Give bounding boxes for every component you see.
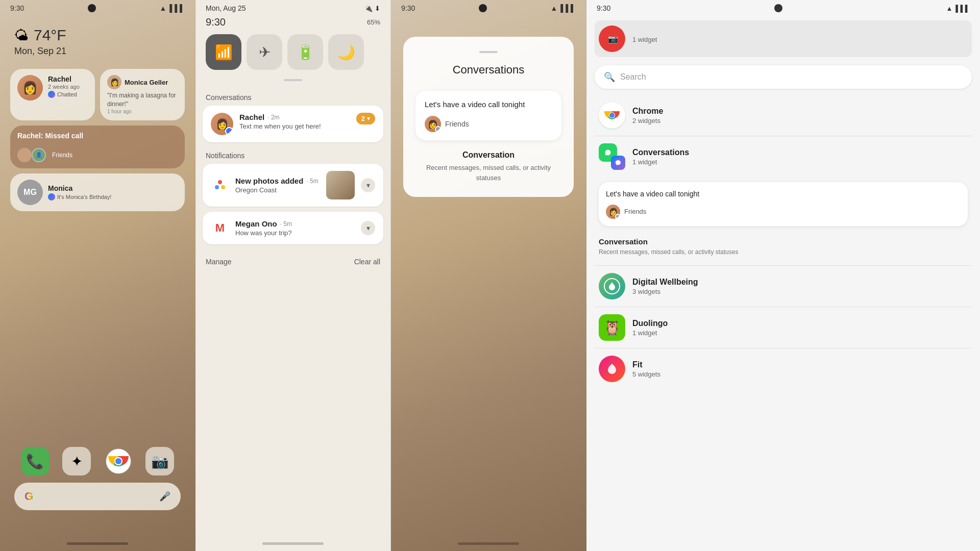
conv-preview-group-name: Friends — [445, 120, 469, 128]
chrome-logo-svg — [603, 106, 621, 124]
conversations-widget-home: 👩 Rachel 2 weeks ago Chatted 👩 Monica Ge… — [0, 62, 195, 218]
conv-widget-description: Conversation Recent messages, missed cal… — [415, 151, 561, 183]
rachel-status: Chatted — [48, 91, 88, 98]
home-dock: 📞 ✦ 📷 G 🎤 — [0, 447, 195, 520]
search-box-icon: 🔍 — [604, 71, 615, 83]
rachel-notif-badge[interactable]: 2 ▾ — [356, 113, 375, 124]
notif-date-top: Mon, Aug 25 — [206, 4, 246, 12]
conversations-preview-card[interactable]: Let's have a video call tonight 👩 Friend… — [599, 182, 968, 226]
rachel-subtitle: 2 weeks ago — [48, 84, 88, 90]
conv-preview-group-right: Friends — [624, 208, 646, 215]
monica-geller-name: Monica Geller — [125, 79, 168, 86]
conversations-widget-panel: 9:30 ▲ ▌▌▌ Conversations Let's have a vi… — [391, 0, 586, 551]
svg-point-5 — [221, 185, 225, 189]
friends-avatar-1 — [17, 148, 32, 162]
photos-notif-name: New photos added — [235, 177, 303, 185]
monica-birthday-card[interactable]: MG Monica It's Monica's Birthday! — [10, 173, 185, 211]
megan-expand-btn[interactable]: ▾ — [361, 221, 375, 235]
airplane-tile[interactable]: ✈ — [247, 34, 282, 70]
quick-tiles-row: 📶 ✈ 🔋 🌙 — [195, 29, 390, 75]
home-indicator-conv — [458, 542, 519, 545]
dnd-tile[interactable]: 🌙 — [328, 34, 364, 70]
partial-app-info: 1 widget — [632, 35, 968, 43]
duolingo-name: Duolingo — [632, 319, 968, 328]
fit-name: Fit — [632, 360, 968, 369]
partial-top-widget-item[interactable]: 📷 1 widget — [595, 20, 972, 57]
rachel-notif-msg: Text me when you get here! — [239, 122, 350, 130]
rachel-notif-card[interactable]: 👩 Rachel · 2m Text me when you get here!… — [203, 106, 383, 142]
speech-bubble-text: "I'm making a lasagna for dinner!" — [107, 91, 178, 109]
rachel-notif-avatar: 👩 — [211, 113, 233, 135]
conv-widget-desc-text: Recent messages, missed calls, or activi… — [415, 163, 561, 183]
status-bar-notif: Mon, Aug 25 🔌 ⬇ — [195, 0, 390, 15]
monica-birthday-status: It's Monica's Birthday! — [48, 193, 178, 201]
messenger-badge — [225, 127, 233, 135]
weather-date: Mon, Sep 21 — [14, 46, 181, 57]
home-screen-panel: 9:30 ▲ ▌▌▌ 🌤 74°F Mon, Sep 21 👩 Rachel 2… — [0, 0, 195, 551]
monica-geller-card[interactable]: 👩 Monica Geller "I'm making a lasagna fo… — [100, 69, 185, 120]
widget-search-box[interactable]: 🔍 Search — [595, 65, 972, 89]
megan-notif-card[interactable]: M Megan Ono · 5m How was your trip? ▾ — [203, 212, 383, 244]
notif-time-row: 9:30 65% — [195, 15, 390, 29]
conversations-widget-count: 1 widget — [632, 158, 968, 166]
conv-row-3: MG Monica It's Monica's Birthday! — [10, 173, 185, 211]
megan-notif-msg: How was your trip? — [235, 229, 355, 237]
photos-notif-card[interactable]: New photos added · 5m Oregon Coast ▾ — [203, 164, 383, 207]
phone-app-icon[interactable]: 📞 — [21, 447, 50, 475]
photos-notif-time: · 5m — [306, 178, 318, 185]
google-search-bar[interactable]: G 🎤 — [14, 483, 181, 510]
digital-wellbeing-svg — [604, 278, 620, 294]
mic-icon[interactable]: 🎤 — [159, 491, 170, 502]
monica-geller-avatar: 👩 — [107, 75, 121, 89]
digital-wellbeing-widget-item[interactable]: Digital Wellbeing 3 widgets — [595, 266, 972, 307]
fit-icon — [599, 356, 625, 382]
chrome-app-icon[interactable] — [104, 447, 133, 475]
wifi-icon-wl: ▲ — [946, 5, 952, 12]
rachel-notif-content: Rachel · 2m Text me when you get here! — [239, 113, 350, 130]
megan-notif-name-row: Megan Ono · 5m — [235, 219, 355, 228]
conv-preview-mini-avatar: 👩 — [606, 205, 620, 219]
weather-temp: 74°F — [34, 27, 66, 44]
battery-pct: 65% — [367, 18, 380, 26]
duolingo-widget-item[interactable]: 🦉 Duolingo 1 widget — [595, 307, 972, 348]
conv-preview-card[interactable]: Let's have a video call tonight 👩 Friend… — [415, 91, 561, 140]
conv-preview-message: Let's have a video call tonight — [425, 99, 552, 110]
dock-apps-row: 📞 ✦ 📷 — [14, 447, 181, 475]
friends-avatar-2: 👤 — [32, 148, 46, 162]
chrome-widget-icon — [599, 102, 625, 129]
messenger-icon-monica — [48, 193, 55, 201]
status-bar-widget-list: 9:30 ▲ ▌▌▌ — [586, 0, 980, 16]
weather-icon: 🌤 — [14, 27, 29, 44]
wifi-tile[interactable]: 📶 — [206, 34, 241, 70]
missed-call-card[interactable]: Rachel: Missed call 👤 Friends — [10, 126, 185, 168]
megan-notif-name: Megan Ono — [235, 219, 277, 228]
home-indicator — [67, 542, 128, 545]
conv-preview-msg-right: Let's have a video call tonight — [606, 189, 961, 199]
photos-notif-name-row: New photos added · 5m — [235, 177, 320, 185]
photos-expand-btn[interactable]: ▾ — [361, 178, 375, 192]
fit-widget-item[interactable]: Fit 5 widgets — [595, 348, 972, 389]
badge-chevron-icon: ▾ — [367, 115, 370, 122]
clear-all-button[interactable]: Clear all — [354, 258, 380, 266]
rachel-conv-card[interactable]: 👩 Rachel 2 weeks ago Chatted — [10, 69, 95, 120]
battery-icon: ⬇ — [375, 5, 380, 12]
megan-notif-content: Megan Ono · 5m How was your trip? — [235, 219, 355, 237]
monica-birthday-text: It's Monica's Birthday! — [57, 194, 111, 200]
signal-battery-widget: ▲ ▌▌▌ — [946, 5, 970, 12]
chrome-widget-item[interactable]: Chrome 2 widgets — [595, 95, 972, 136]
camera-app-icon[interactable]: 📷 — [145, 447, 174, 475]
clock-app-icon[interactable]: ✦ — [62, 447, 91, 475]
chrome-widget-info: Chrome 2 widgets — [632, 107, 968, 124]
conv-row-1: 👩 Rachel 2 weeks ago Chatted 👩 Monica Ge… — [10, 69, 185, 120]
rachel-conv-info: Rachel 2 weeks ago Chatted — [48, 75, 88, 98]
conversations-widget-info: Conversations 1 widget — [632, 148, 968, 166]
manage-button[interactable]: Manage — [206, 258, 232, 266]
notif-bottom-row: Manage Clear all — [195, 249, 390, 271]
battery-saver-tile[interactable]: 🔋 — [287, 34, 323, 70]
widget-drag-handle — [479, 51, 498, 53]
speech-bubble-time: 1 hour ago — [107, 109, 178, 114]
conversations-widget-item[interactable]: Conversations 1 widget Let's have a vide… — [595, 136, 972, 266]
monica-birthday-info: Monica It's Monica's Birthday! — [48, 184, 178, 201]
signal-icon-conv: ▌▌▌ — [560, 4, 576, 12]
mini-status-dot — [615, 214, 620, 219]
